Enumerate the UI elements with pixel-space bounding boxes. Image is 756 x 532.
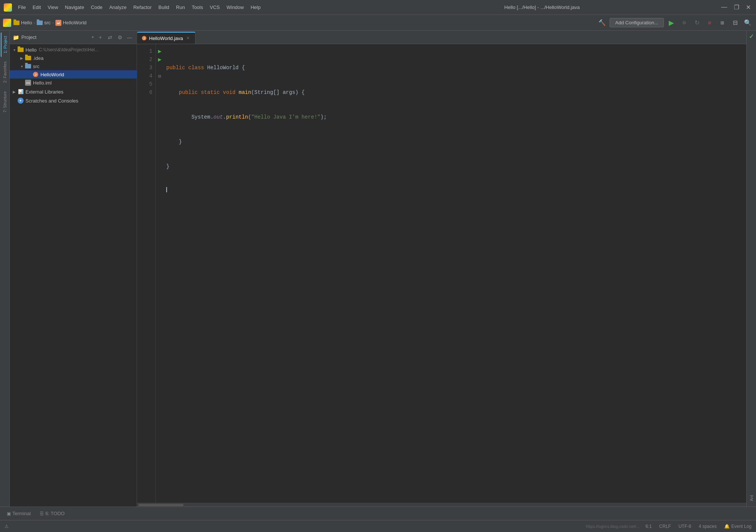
build-button[interactable]: 🔨	[597, 18, 607, 28]
right-sidebar: ✓ Ant	[746, 31, 756, 507]
ext-libs-label: External Libraries	[25, 89, 63, 95]
code-editor[interactable]: 1 2 3 4 5 6 ▶ ▶ ⊟ public class HelloWorl…	[137, 44, 746, 503]
terminal-label: Terminal	[12, 511, 31, 516]
horizontal-scrollbar[interactable]	[137, 503, 746, 507]
menu-code[interactable]: Code	[88, 4, 106, 11]
tree-item-scratches[interactable]: ✦ Scratches and Consoles	[10, 97, 137, 105]
breadcrumb-file[interactable]: HelloWorld	[63, 20, 86, 25]
line-col-text: 6:1	[646, 524, 652, 529]
menu-vcs[interactable]: VCS	[207, 4, 223, 11]
app-icon	[4, 3, 12, 12]
terminal-icon: ▣	[7, 511, 11, 516]
indent-text: 4 spaces	[699, 524, 717, 529]
scrollbar-thumb[interactable]	[139, 504, 183, 506]
idea-folder-icon	[25, 55, 31, 61]
tree-item-hello[interactable]: ▾ Hello C:\Users\&\IdeaProjects\Hel...	[10, 46, 137, 54]
sidebar-tab-favorites[interactable]: 2: Favorites	[1, 58, 9, 86]
panel-actions: ＋ ⇄ ⚙ —	[96, 33, 134, 42]
breadcrumb-src[interactable]: src	[44, 20, 51, 25]
terminal-tab[interactable]: ▣ Terminal	[3, 509, 34, 518]
helloworld-label: HelloWorld	[40, 72, 64, 77]
sidebar-tab-structure[interactable]: 7: Structure	[1, 88, 9, 116]
helloworld-java-icon: J	[32, 71, 39, 78]
menu-view[interactable]: View	[45, 4, 61, 11]
src-label: src	[33, 64, 39, 69]
menu-build[interactable]: Build	[155, 4, 172, 11]
gutter-line5	[156, 80, 163, 88]
line-numbers: 1 2 3 4 5 6	[137, 44, 156, 503]
iml-icon: iml	[25, 79, 31, 86]
toolbar: Hello › src › ☕ HelloWorld 🔨 Add Configu…	[0, 15, 756, 31]
hello-folder-icon	[17, 46, 24, 53]
menu-run[interactable]: Run	[173, 4, 188, 11]
menu-bar: File Edit View Navigate Code Analyze Ref…	[15, 4, 364, 11]
tree-item-helloworld[interactable]: J HelloWorld	[10, 70, 137, 79]
tab-close-button[interactable]: ✕	[185, 36, 191, 41]
ext-libs-icon: 📊	[17, 88, 24, 95]
tree-item-hello-iml[interactable]: iml Hello.iml	[10, 79, 137, 87]
scroll-to-file-button[interactable]: ⇄	[106, 33, 114, 42]
menu-tools[interactable]: Tools	[189, 4, 206, 11]
menu-navigate[interactable]: Navigate	[62, 4, 87, 11]
layout-button[interactable]: ⊞	[717, 18, 728, 28]
line-col-indicator[interactable]: 6:1	[644, 523, 653, 530]
stop-button[interactable]: ■	[704, 18, 715, 28]
gradle-button[interactable]: ⚙	[679, 18, 689, 28]
minimize-button[interactable]: —	[720, 4, 729, 11]
status-warnings[interactable]: ⚠	[3, 523, 10, 530]
tree-item-idea[interactable]: ▶ .idea	[10, 54, 137, 62]
status-bar: ⚠ https://ogncs.blog.csdn.net/... 6:1 CR…	[0, 520, 756, 532]
svg-text:J: J	[143, 37, 145, 40]
project-panel: 📁 Project ▾ ＋ ⇄ ⚙ — ▾ Hello C:\Users\&\I…	[10, 31, 137, 507]
project-panel-title: Project	[21, 34, 89, 40]
event-log-button[interactable]: 🔔 Event Log	[723, 523, 753, 530]
project-tree: ▾ Hello C:\Users\&\IdeaProjects\Hel... ▶…	[10, 44, 137, 507]
editor-tab-helloworld[interactable]: J HelloWorld.java ✕	[137, 32, 195, 44]
menu-file[interactable]: File	[15, 4, 29, 11]
encoding-indicator[interactable]: UTF-8	[677, 523, 693, 530]
code-content[interactable]: public class HelloWorld { public static …	[163, 44, 746, 503]
fold-line4[interactable]: ⊟	[156, 72, 163, 80]
warning-icon: ⚠	[4, 524, 9, 529]
settings-button[interactable]: ⚙	[116, 33, 124, 42]
todo-tab[interactable]: ☰ 6: TODO	[36, 509, 69, 518]
hello-arrow: ▾	[11, 48, 17, 52]
indent-indicator[interactable]: 4 spaces	[697, 523, 718, 530]
minimize-panel-button[interactable]: —	[125, 33, 134, 42]
code-line-2: public static void main(String[] args) {	[166, 88, 746, 97]
todo-icon: ☰	[40, 511, 44, 516]
close-button[interactable]: ✕	[744, 4, 752, 11]
cursor-url: https://ogncs.blog.csdn.net/...	[586, 524, 640, 529]
sync-button[interactable]: ↻	[692, 18, 702, 28]
tree-item-ext-libs[interactable]: ▶ 📊 External Libraries	[10, 88, 137, 96]
event-log-icon: 🔔	[724, 524, 730, 529]
run-line2-button[interactable]: ▶	[156, 55, 163, 64]
hello-folder-icon	[13, 21, 19, 25]
breadcrumb-hello[interactable]: Hello	[21, 20, 32, 25]
split-button[interactable]: ⊟	[730, 18, 740, 28]
ant-tab[interactable]: Ant	[748, 491, 755, 505]
tree-item-src[interactable]: ▾ src	[10, 62, 137, 70]
checkmark-icon: ✓	[747, 32, 756, 40]
menu-analyze[interactable]: Analyze	[106, 4, 130, 11]
project-panel-header: 📁 Project ▾ ＋ ⇄ ⚙ —	[10, 31, 137, 44]
breadcrumb-sep2: ›	[52, 20, 54, 25]
maximize-button[interactable]: ❐	[732, 4, 741, 11]
src-folder-icon	[37, 21, 43, 25]
project-dropdown-arrow[interactable]: ▾	[92, 35, 94, 40]
add-new-button[interactable]: ＋	[96, 33, 104, 42]
idea-label: .idea	[33, 55, 43, 61]
line-ending-indicator[interactable]: CRLF	[658, 523, 672, 530]
menu-window[interactable]: Window	[224, 4, 247, 11]
menu-help[interactable]: Help	[248, 4, 264, 11]
search-everywhere-button[interactable]: 🔍	[743, 18, 753, 28]
run-button[interactable]: ▶	[666, 18, 677, 28]
left-panel-tabs: 1: Project 2: Favorites 7: Structure	[0, 31, 10, 507]
menu-refactor[interactable]: Refactor	[130, 4, 155, 11]
menu-edit[interactable]: Edit	[30, 4, 44, 11]
run-line1-button[interactable]: ▶	[156, 47, 163, 55]
editor-area: J HelloWorld.java ✕ 1 2 3 4 5 6 ▶ ▶	[137, 31, 746, 507]
line-ending-text: CRLF	[659, 524, 671, 529]
add-configuration-button[interactable]: Add Configuration...	[610, 18, 664, 27]
sidebar-tab-project[interactable]: 1: Project	[1, 32, 9, 57]
